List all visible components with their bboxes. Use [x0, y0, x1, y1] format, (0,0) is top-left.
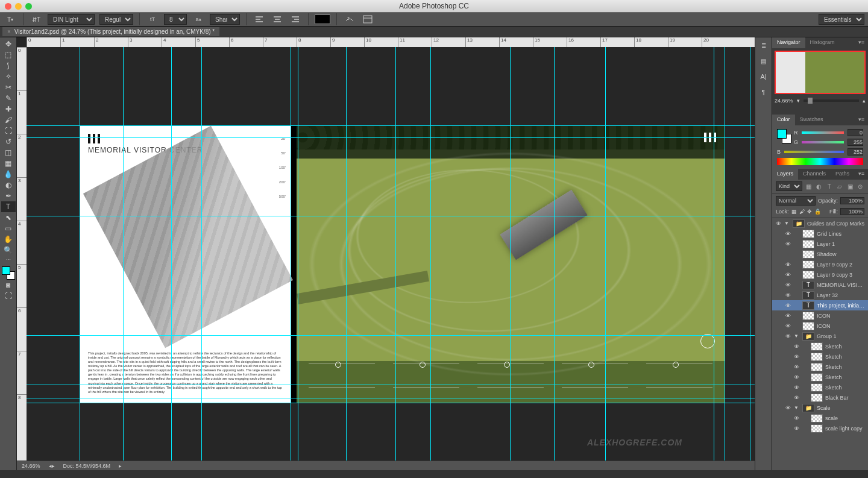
status-zoom[interactable]: 24.66% — [22, 463, 40, 469]
dodge-tool-icon[interactable]: ◐ — [1, 180, 16, 190]
lasso-tool-icon[interactable]: ⟆ — [1, 60, 16, 71]
layer-filter-kind[interactable]: Kind — [776, 181, 802, 191]
color-value-b[interactable] — [848, 148, 863, 156]
layer-row[interactable]: 👁Sketch — [772, 351, 868, 362]
layer-row[interactable]: 👁TThis project, initially des... — [772, 300, 868, 310]
history-brush-tool-icon[interactable]: ↺ — [1, 136, 16, 147]
color-slider-b[interactable] — [784, 149, 844, 155]
color-value-g[interactable] — [848, 139, 863, 146]
opacity-value[interactable]: 100% — [840, 197, 864, 204]
filter-shape-icon[interactable]: ▱ — [835, 182, 843, 190]
fg-bg-color[interactable] — [2, 266, 15, 280]
visibility-icon[interactable]: 👁 — [784, 303, 791, 309]
move-tool-icon[interactable]: ✥ — [1, 39, 16, 49]
visibility-icon[interactable]: 👁 — [784, 231, 791, 237]
layer-row[interactable]: 👁Black Bar — [772, 392, 868, 403]
panel-menu-icon[interactable]: ▾≡ — [855, 37, 868, 48]
visibility-icon[interactable]: 👁 — [784, 282, 791, 288]
visibility-icon[interactable]: 👁 — [784, 313, 791, 319]
character-panel-icon[interactable] — [361, 14, 374, 25]
layer-row[interactable]: 👁Sketch — [772, 362, 868, 372]
font-style-select[interactable]: Regular — [99, 14, 133, 25]
minimize-window-button[interactable] — [15, 3, 22, 10]
blend-mode-select[interactable]: Normal — [776, 196, 816, 206]
color-spectrum[interactable] — [777, 158, 863, 165]
visibility-icon[interactable]: 👁 — [793, 364, 800, 370]
tab-channels[interactable]: Channels — [798, 169, 831, 180]
layer-row[interactable]: Shadow — [772, 249, 868, 259]
filter-type-icon[interactable]: T — [825, 182, 833, 190]
filter-pixel-icon[interactable]: ▦ — [805, 182, 813, 190]
layer-row[interactable]: 👁▼📁Group 1 — [772, 331, 868, 341]
tab-paths[interactable]: Paths — [831, 169, 854, 180]
navigator-thumbnail[interactable] — [775, 51, 866, 94]
healing-tool-icon[interactable]: ✚ — [1, 104, 16, 115]
warp-text-icon[interactable]: T — [343, 14, 356, 25]
zoom-window-button[interactable] — [25, 3, 32, 10]
color-value-r[interactable] — [848, 129, 863, 136]
layer-row[interactable]: 👁Layer 1 — [772, 239, 868, 249]
visibility-icon[interactable]: 👁 — [793, 426, 800, 432]
align-center-icon[interactable] — [271, 14, 284, 25]
rectangle-tool-icon[interactable]: ▭ — [1, 223, 16, 234]
layer-row[interactable]: 👁TMEMORIAL VISITOR CEN... — [772, 280, 868, 290]
layer-row[interactable]: 👁▼📁Scale — [772, 403, 868, 413]
visibility-icon[interactable]: 👁 — [784, 272, 791, 278]
tab-navigator[interactable]: Navigator — [772, 37, 805, 48]
align-left-icon[interactable] — [253, 14, 266, 25]
edit-toolbar-icon[interactable]: ⋯ — [1, 256, 16, 263]
navigator-zoom-slider[interactable] — [804, 99, 859, 102]
align-right-icon[interactable] — [289, 14, 302, 25]
actions-panel-icon[interactable]: ▤ — [757, 55, 770, 66]
font-family-select[interactable]: DIN Light — [48, 14, 95, 25]
lock-trans-icon[interactable]: ▦ — [791, 209, 797, 215]
eyedropper-tool-icon[interactable]: ✎ — [1, 93, 16, 104]
pen-tool-icon[interactable]: ✒ — [1, 190, 16, 201]
crop-tool-icon[interactable]: ✂ — [1, 82, 16, 93]
status-chevron-icon[interactable]: ▸ — [119, 463, 122, 469]
visibility-icon[interactable]: 👁 — [784, 405, 791, 411]
font-size-select[interactable]: 8 pt — [164, 14, 187, 25]
zoom-out-icon[interactable]: ▾ — [797, 98, 800, 104]
color-fg-bg[interactable] — [777, 129, 791, 143]
layer-row[interactable]: 👁scale light copy — [772, 423, 868, 433]
tool-preset-icon[interactable]: T▾ — [4, 14, 17, 25]
visibility-icon[interactable]: 👁 — [793, 385, 800, 391]
status-doc-size[interactable]: Doc: 54.5M/954.6M — [63, 463, 111, 469]
color-slider-r[interactable] — [802, 130, 844, 136]
blur-tool-icon[interactable]: 💧 — [1, 169, 16, 180]
tab-layers[interactable]: Layers — [772, 169, 798, 180]
zoom-tool-icon[interactable]: 🔍 — [1, 245, 16, 256]
lock-position-icon[interactable]: ✥ — [807, 209, 812, 215]
layer-row[interactable]: 👁▼📁Guides and Crop Marks — [772, 218, 868, 228]
tab-swatches[interactable]: Swatches — [795, 115, 828, 125]
workspace-select[interactable]: Essentials — [819, 14, 864, 25]
type-tool-icon[interactable]: T — [1, 201, 16, 212]
text-color-swatch[interactable] — [315, 14, 330, 24]
path-select-tool-icon[interactable]: ⬉ — [1, 212, 16, 223]
gradient-tool-icon[interactable]: ▦ — [1, 158, 16, 169]
visibility-icon[interactable]: 👁 — [793, 415, 800, 421]
history-panel-icon[interactable]: ≣ — [757, 40, 770, 51]
canvas-stage[interactable]: MEMORIAL VISITOR CENTER 25'50'100'200'50… — [27, 47, 755, 470]
visibility-icon[interactable]: 👁 — [784, 333, 791, 339]
visibility-icon[interactable]: 👁 — [793, 354, 800, 360]
filter-smart-icon[interactable]: ▣ — [846, 182, 854, 190]
paragraph-collapsed-icon[interactable]: ¶ — [757, 87, 770, 98]
visibility-icon[interactable]: 👁 — [793, 395, 800, 401]
layer-row[interactable]: 👁ICON — [772, 310, 868, 321]
layer-row[interactable]: 👁Grid Lines — [772, 228, 868, 239]
filter-adjust-icon[interactable]: ◐ — [815, 182, 823, 190]
text-orientation-icon[interactable]: ⇵T — [30, 14, 43, 25]
visibility-icon[interactable]: 👁 — [784, 241, 791, 247]
hand-tool-icon[interactable]: ✋ — [1, 234, 16, 245]
layer-row[interactable]: 👁Sketch — [772, 341, 868, 351]
layer-row[interactable]: 👁Sketch — [772, 372, 868, 382]
wand-tool-icon[interactable]: ✧ — [1, 71, 16, 82]
lock-pixels-icon[interactable]: 🖌 — [799, 209, 805, 215]
horizontal-ruler[interactable]: 01234567891011121314151617181920 — [27, 37, 755, 47]
zoom-in-icon[interactable]: ▴ — [863, 98, 866, 104]
document-tab[interactable]: × Visitor1and2.psd @ 24.7% (This project… — [2, 27, 219, 36]
anti-alias-select[interactable]: Sharp — [210, 14, 240, 25]
visibility-icon[interactable]: 👁 — [793, 344, 800, 350]
